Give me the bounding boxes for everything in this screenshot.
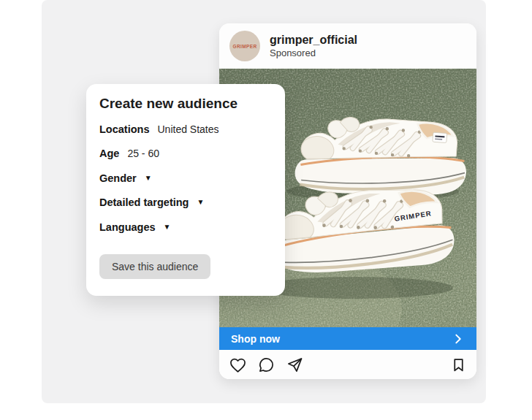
share-plane-icon[interactable]	[286, 356, 303, 373]
shop-now-bar[interactable]: Shop now	[219, 327, 476, 350]
username[interactable]: grimper_official	[270, 33, 357, 47]
post-actions-row	[219, 350, 476, 379]
field-languages-dropdown[interactable]: Languages ▼	[99, 221, 272, 233]
avatar-brand-text: GRIMPER	[232, 44, 256, 49]
field-locations: Locations United States	[99, 123, 272, 135]
avatar[interactable]: GRIMPER	[229, 31, 260, 61]
field-gender-dropdown[interactable]: Gender ▼	[99, 172, 272, 184]
bookmark-save-icon[interactable]	[451, 357, 466, 373]
gender-label: Gender	[99, 172, 137, 184]
sponsored-label: Sponsored	[270, 47, 357, 59]
age-value: 25 - 60	[127, 148, 159, 159]
comment-icon[interactable]	[258, 356, 275, 373]
dropdown-caret-icon: ▼	[145, 175, 152, 182]
languages-label: Languages	[99, 221, 156, 233]
field-detailed-targeting-dropdown[interactable]: Detailed targeting ▼	[99, 196, 272, 209]
post-header: GRIMPER grimper_official Sponsored	[219, 23, 476, 69]
locations-label: Locations	[99, 123, 149, 135]
locations-value: United States	[157, 123, 218, 135]
like-heart-icon[interactable]	[229, 356, 246, 373]
field-age: Age 25 - 60	[99, 148, 272, 160]
shop-now-label: Shop now	[231, 333, 280, 345]
detailed-targeting-label: Detailed targeting	[99, 196, 189, 208]
create-audience-card: Create new audience Locations United Sta…	[86, 84, 285, 296]
age-label: Age	[99, 148, 119, 159]
dropdown-caret-icon: ▼	[197, 199, 204, 206]
save-audience-button[interactable]: Save this audience	[99, 254, 210, 279]
dropdown-caret-icon: ▼	[164, 224, 171, 231]
chevron-right-icon	[452, 332, 465, 345]
audience-card-title: Create new audience	[99, 96, 272, 112]
